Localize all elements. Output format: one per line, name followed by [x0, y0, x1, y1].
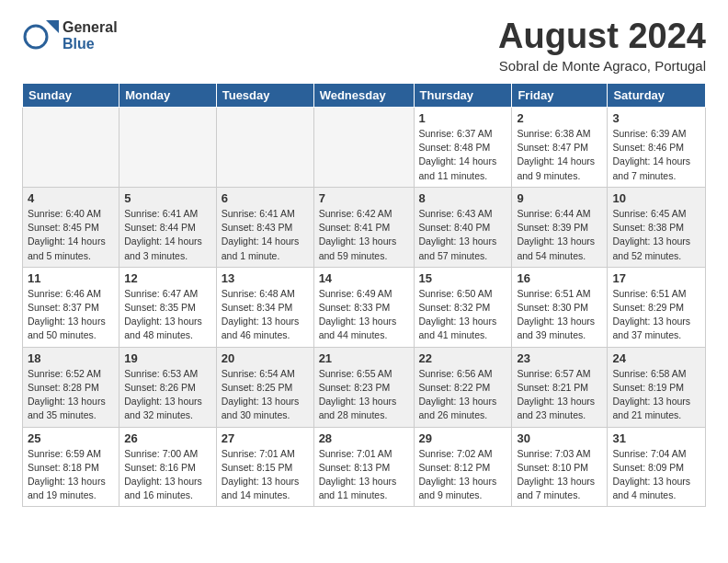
month-title: August 2024 [498, 17, 706, 56]
day-info: Sunrise: 6:53 AM Sunset: 8:26 PM Dayligh… [124, 367, 211, 423]
day-info: Sunrise: 7:03 AM Sunset: 8:10 PM Dayligh… [517, 447, 602, 503]
day-info: Sunrise: 6:41 AM Sunset: 8:44 PM Dayligh… [124, 207, 211, 263]
day-number: 26 [124, 431, 211, 445]
calendar-cell: 18Sunrise: 6:52 AM Sunset: 8:28 PM Dayli… [23, 347, 119, 427]
calendar-cell: 31Sunrise: 7:04 AM Sunset: 8:09 PM Dayli… [608, 427, 706, 507]
calendar-cell: 5Sunrise: 6:41 AM Sunset: 8:44 PM Daylig… [119, 187, 217, 267]
day-number: 31 [612, 431, 700, 445]
calendar-cell: 26Sunrise: 7:00 AM Sunset: 8:16 PM Dayli… [119, 427, 217, 507]
day-info: Sunrise: 6:52 AM Sunset: 8:28 PM Dayligh… [28, 367, 114, 423]
day-number: 29 [419, 431, 507, 445]
col-header-wednesday: Wednesday [313, 84, 414, 108]
calendar-row-1: 4Sunrise: 6:40 AM Sunset: 8:45 PM Daylig… [23, 187, 706, 267]
calendar-cell: 6Sunrise: 6:41 AM Sunset: 8:43 PM Daylig… [216, 187, 313, 267]
calendar-cell [23, 108, 119, 188]
calendar-cell: 4Sunrise: 6:40 AM Sunset: 8:45 PM Daylig… [23, 187, 119, 267]
calendar-cell: 16Sunrise: 6:51 AM Sunset: 8:30 PM Dayli… [512, 267, 608, 347]
calendar-cell: 30Sunrise: 7:03 AM Sunset: 8:10 PM Dayli… [512, 427, 608, 507]
calendar-header: SundayMondayTuesdayWednesdayThursdayFrid… [23, 84, 706, 108]
calendar-cell: 17Sunrise: 6:51 AM Sunset: 8:29 PM Dayli… [608, 267, 706, 347]
svg-point-1 [25, 26, 47, 48]
title-section: August 2024 Sobral de Monte Agraco, Port… [498, 17, 706, 74]
calendar-cell: 9Sunrise: 6:44 AM Sunset: 8:39 PM Daylig… [512, 187, 608, 267]
day-number: 14 [319, 271, 409, 285]
svg-marker-0 [46, 20, 59, 33]
day-number: 27 [222, 431, 309, 445]
logo: General Blue [22, 17, 118, 55]
day-number: 22 [419, 351, 507, 365]
day-number: 20 [222, 351, 309, 365]
day-info: Sunrise: 6:47 AM Sunset: 8:35 PM Dayligh… [124, 287, 211, 343]
calendar-wrap: SundayMondayTuesdayWednesdayThursdayFrid… [0, 83, 728, 518]
calendar-cell [313, 108, 414, 188]
calendar-cell: 27Sunrise: 7:01 AM Sunset: 8:15 PM Dayli… [216, 427, 313, 507]
day-number: 19 [124, 351, 211, 365]
logo-blue: Blue [63, 36, 118, 52]
day-info: Sunrise: 6:44 AM Sunset: 8:39 PM Dayligh… [517, 207, 602, 263]
col-header-tuesday: Tuesday [216, 84, 313, 108]
day-info: Sunrise: 6:56 AM Sunset: 8:22 PM Dayligh… [419, 367, 507, 423]
location: Sobral de Monte Agraco, Portugal [498, 58, 706, 74]
day-info: Sunrise: 6:59 AM Sunset: 8:18 PM Dayligh… [28, 447, 114, 503]
day-number: 8 [419, 191, 507, 205]
day-info: Sunrise: 6:37 AM Sunset: 8:48 PM Dayligh… [419, 127, 507, 183]
day-info: Sunrise: 6:41 AM Sunset: 8:43 PM Dayligh… [222, 207, 309, 263]
calendar-cell: 12Sunrise: 6:47 AM Sunset: 8:35 PM Dayli… [119, 267, 217, 347]
day-info: Sunrise: 6:51 AM Sunset: 8:29 PM Dayligh… [612, 287, 700, 343]
day-number: 3 [612, 111, 700, 125]
day-number: 23 [517, 351, 602, 365]
day-info: Sunrise: 6:57 AM Sunset: 8:21 PM Dayligh… [517, 367, 602, 423]
day-number: 9 [517, 191, 602, 205]
day-info: Sunrise: 6:49 AM Sunset: 8:33 PM Dayligh… [319, 287, 409, 343]
day-number: 1 [419, 111, 507, 125]
calendar-cell: 23Sunrise: 6:57 AM Sunset: 8:21 PM Dayli… [512, 347, 608, 427]
day-number: 10 [612, 191, 700, 205]
calendar-cell: 11Sunrise: 6:46 AM Sunset: 8:37 PM Dayli… [23, 267, 119, 347]
col-header-thursday: Thursday [414, 84, 512, 108]
calendar-cell: 8Sunrise: 6:43 AM Sunset: 8:40 PM Daylig… [414, 187, 512, 267]
day-number: 25 [28, 431, 114, 445]
day-number: 2 [517, 111, 602, 125]
calendar-cell: 14Sunrise: 6:49 AM Sunset: 8:33 PM Dayli… [313, 267, 414, 347]
calendar-cell: 24Sunrise: 6:58 AM Sunset: 8:19 PM Dayli… [608, 347, 706, 427]
day-info: Sunrise: 6:50 AM Sunset: 8:32 PM Dayligh… [419, 287, 507, 343]
calendar-cell: 13Sunrise: 6:48 AM Sunset: 8:34 PM Dayli… [216, 267, 313, 347]
day-info: Sunrise: 6:55 AM Sunset: 8:23 PM Dayligh… [319, 367, 409, 423]
logo-graphic [22, 17, 61, 55]
day-number: 7 [319, 191, 409, 205]
calendar-row-4: 25Sunrise: 6:59 AM Sunset: 8:18 PM Dayli… [23, 427, 706, 507]
calendar-row-0: 1Sunrise: 6:37 AM Sunset: 8:48 PM Daylig… [23, 108, 706, 188]
day-info: Sunrise: 7:01 AM Sunset: 8:15 PM Dayligh… [222, 447, 309, 503]
day-number: 21 [319, 351, 409, 365]
day-info: Sunrise: 7:04 AM Sunset: 8:09 PM Dayligh… [612, 447, 700, 503]
day-info: Sunrise: 6:48 AM Sunset: 8:34 PM Dayligh… [222, 287, 309, 343]
calendar-cell: 1Sunrise: 6:37 AM Sunset: 8:48 PM Daylig… [414, 108, 512, 188]
col-header-saturday: Saturday [608, 84, 706, 108]
calendar-cell: 3Sunrise: 6:39 AM Sunset: 8:46 PM Daylig… [608, 108, 706, 188]
calendar-cell: 15Sunrise: 6:50 AM Sunset: 8:32 PM Dayli… [414, 267, 512, 347]
calendar-cell: 7Sunrise: 6:42 AM Sunset: 8:41 PM Daylig… [313, 187, 414, 267]
day-info: Sunrise: 6:40 AM Sunset: 8:45 PM Dayligh… [28, 207, 114, 263]
calendar-cell: 28Sunrise: 7:01 AM Sunset: 8:13 PM Dayli… [313, 427, 414, 507]
calendar-cell: 25Sunrise: 6:59 AM Sunset: 8:18 PM Dayli… [23, 427, 119, 507]
day-number: 13 [222, 271, 309, 285]
day-info: Sunrise: 7:01 AM Sunset: 8:13 PM Dayligh… [319, 447, 409, 503]
col-header-sunday: Sunday [23, 84, 119, 108]
day-info: Sunrise: 6:54 AM Sunset: 8:25 PM Dayligh… [222, 367, 309, 423]
day-number: 6 [222, 191, 309, 205]
day-number: 4 [28, 191, 114, 205]
day-number: 30 [517, 431, 602, 445]
col-header-friday: Friday [512, 84, 608, 108]
day-info: Sunrise: 6:42 AM Sunset: 8:41 PM Dayligh… [319, 207, 409, 263]
calendar-cell [216, 108, 313, 188]
calendar-table: SundayMondayTuesdayWednesdayThursdayFrid… [22, 83, 706, 507]
day-info: Sunrise: 6:43 AM Sunset: 8:40 PM Dayligh… [419, 207, 507, 263]
calendar-cell: 22Sunrise: 6:56 AM Sunset: 8:22 PM Dayli… [414, 347, 512, 427]
day-number: 17 [612, 271, 700, 285]
col-header-monday: Monday [119, 84, 217, 108]
day-info: Sunrise: 7:00 AM Sunset: 8:16 PM Dayligh… [124, 447, 211, 503]
calendar-cell: 19Sunrise: 6:53 AM Sunset: 8:26 PM Dayli… [119, 347, 217, 427]
day-number: 24 [612, 351, 700, 365]
logo-general: General [63, 19, 118, 36]
day-info: Sunrise: 6:58 AM Sunset: 8:19 PM Dayligh… [612, 367, 700, 423]
